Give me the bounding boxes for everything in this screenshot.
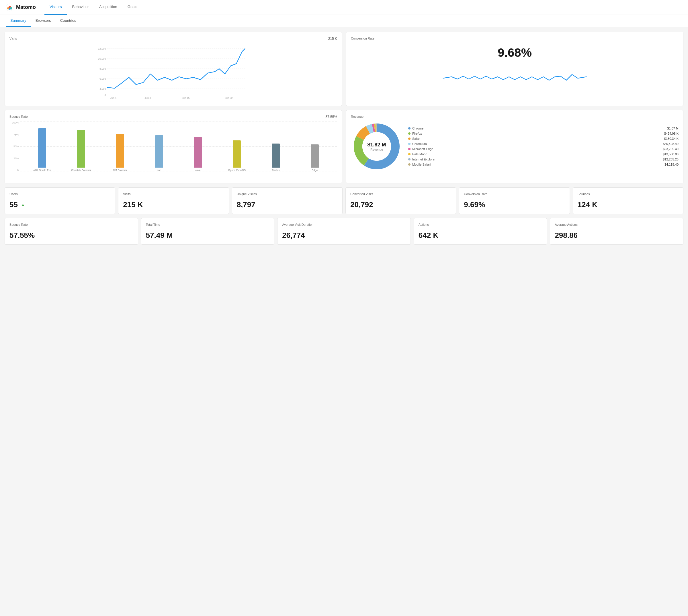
bounce-rate-title: Bounce Rate (9, 115, 28, 118)
legend-chromium: Chromium $80,428.40 (408, 141, 679, 147)
visits-chart-title: Visits (9, 37, 17, 40)
legend-palemoon: Pale Moon $13,500.00 (408, 152, 679, 157)
conversion-rate-value: 9.68% (351, 46, 679, 60)
stat-bouncerate-title: Bounce Rate (9, 223, 133, 226)
conversion-rate-card: Conversion Rate 9.68% (346, 32, 683, 106)
logo-label: Matomo (16, 4, 36, 10)
stat-visits-title: Visits (123, 192, 224, 196)
nav-goals[interactable]: Goals (123, 0, 143, 15)
legend-chrome: Chrome $1.07 M (408, 126, 679, 131)
svg-text:6,000: 6,000 (100, 78, 106, 80)
nav-behaviour[interactable]: Behaviour (67, 0, 94, 15)
stat-visits: Visits 215 K (118, 188, 229, 214)
svg-text:0: 0 (104, 94, 106, 96)
stat-converted-title: Converted Visits (350, 192, 451, 196)
stat-actions: Actions 642 K (414, 218, 547, 245)
legend-ie: Internet Explorer $12,255.25 (408, 157, 679, 162)
conversion-line-chart (351, 63, 679, 94)
stat-users-value: 55 (9, 200, 110, 209)
svg-text:Jun 15: Jun 15 (182, 96, 190, 100)
tab-countries[interactable]: Countries (56, 15, 81, 27)
revenue-legend: Chrome $1.07 M Firefox $424.08 K Safari … (408, 126, 679, 167)
stat-totaltime-value: 57.49 M (146, 231, 270, 240)
stat-convrate-title: Conversion Rate (464, 192, 565, 196)
legend-safari: Safari $180.34 K (408, 136, 679, 141)
stat-bouncerate: Bounce Rate 57.55% (5, 218, 138, 245)
legend-edge: Microsoft Edge $23,735.40 (408, 147, 679, 152)
legend-mobile-safari: Mobile Safari $4,119.40 (408, 162, 679, 167)
bar-aol: AOL Shield Pro (23, 121, 62, 172)
stat-actions-value: 642 K (418, 231, 542, 240)
stat-converted-value: 20,792 (350, 200, 451, 209)
header: Matomo Visitors Behaviour Acquisition Go… (0, 0, 688, 15)
stat-convrate: Conversion Rate 9.69% (459, 188, 569, 214)
nav-visitors[interactable]: Visitors (44, 0, 67, 15)
users-arrow-icon (22, 204, 24, 206)
revenue-layout: $1.82 M Revenue Chrome $1.07 M Firefox $… (351, 120, 679, 172)
bar-firefox: Firefox (256, 121, 295, 172)
svg-point-4 (9, 8, 10, 10)
bar-cheetah: Cheetah Browser (62, 121, 101, 172)
stat-avgduration-title: Average Visit Duration (282, 223, 406, 226)
main-content: Visits 215 K 12,000 10,000 8,000 6,000 4… (0, 27, 688, 249)
stat-bouncerate-value: 57.55% (9, 231, 133, 240)
svg-text:4,000: 4,000 (100, 87, 106, 90)
bar-iron: Iron (139, 121, 178, 172)
legend-firefox: Firefox $424.08 K (408, 131, 679, 136)
tab-browsers[interactable]: Browsers (31, 15, 56, 27)
stat-avgduration-value: 26,774 (282, 231, 406, 240)
revenue-title: Revenue (351, 115, 364, 118)
svg-text:10,000: 10,000 (98, 57, 106, 60)
stat-unique-title: Unique Visitos (237, 192, 338, 196)
bar-opera: Opera Mini iOS (217, 121, 256, 172)
visits-chart-card: Visits 215 K 12,000 10,000 8,000 6,000 4… (5, 32, 342, 106)
donut-center: $1.82 M Revenue (367, 142, 386, 151)
matomo-logo-icon (6, 3, 14, 12)
bar-edge: Edge (295, 121, 334, 172)
donut-label: Revenue (367, 148, 386, 151)
stat-bounces-title: Bounces (578, 192, 679, 196)
stat-avgactions: Average Actions 298.86 (550, 218, 683, 245)
revenue-donut: $1.82 M Revenue (351, 120, 403, 172)
stat-bounces: Bounces 124 K (573, 188, 683, 214)
svg-text:8,000: 8,000 (100, 67, 106, 70)
stat-actions-title: Actions (418, 223, 542, 226)
conversion-rate-title: Conversion Rate (351, 37, 374, 40)
stat-totaltime: Total Time 57.49 M (141, 218, 275, 245)
visits-line-chart: 12,000 10,000 8,000 6,000 4,000 0 Jun 1 … (9, 43, 337, 100)
stat-avgduration: Average Visit Duration 26,774 (277, 218, 411, 245)
nav-acquisition[interactable]: Acquisition (94, 0, 123, 15)
stat-users: Users 55 (5, 188, 115, 214)
stat-converted: Converted Visits 20,792 (345, 188, 456, 214)
bounce-rate-card: Bounce Rate 57.55% 100% 75% 50% 25% 0 (5, 110, 342, 183)
stat-avgactions-title: Average Actions (555, 223, 679, 226)
tabs-bar: Summary Browsers Countries (0, 15, 688, 27)
main-nav: Visitors Behaviour Acquisition Goals (44, 0, 143, 15)
svg-text:Jun 8: Jun 8 (145, 96, 151, 100)
stat-avgactions-value: 298.86 (555, 231, 679, 240)
donut-amount: $1.82 M (367, 142, 386, 148)
stat-convrate-value: 9.69% (464, 200, 565, 209)
stat-users-title: Users (9, 192, 110, 196)
logo: Matomo (6, 3, 36, 12)
stat-bounces-value: 124 K (578, 200, 679, 209)
tab-summary[interactable]: Summary (6, 15, 31, 27)
bar-naver: Naver (178, 121, 218, 172)
stat-totaltime-title: Total Time (146, 223, 270, 226)
bar-cm: CM Browser (101, 121, 139, 172)
svg-text:Jun 1: Jun 1 (110, 96, 117, 100)
stat-visits-value: 215 K (123, 200, 224, 209)
revenue-card: Revenue (346, 110, 683, 183)
svg-text:12,000: 12,000 (98, 47, 106, 50)
stat-unique: Unique Visitos 8,797 (232, 188, 343, 214)
bounce-rate-total: 57.55% (325, 115, 337, 119)
stat-unique-value: 8,797 (237, 200, 338, 209)
visits-chart-total: 215 K (328, 37, 337, 41)
svg-text:Jun 22: Jun 22 (225, 96, 233, 100)
